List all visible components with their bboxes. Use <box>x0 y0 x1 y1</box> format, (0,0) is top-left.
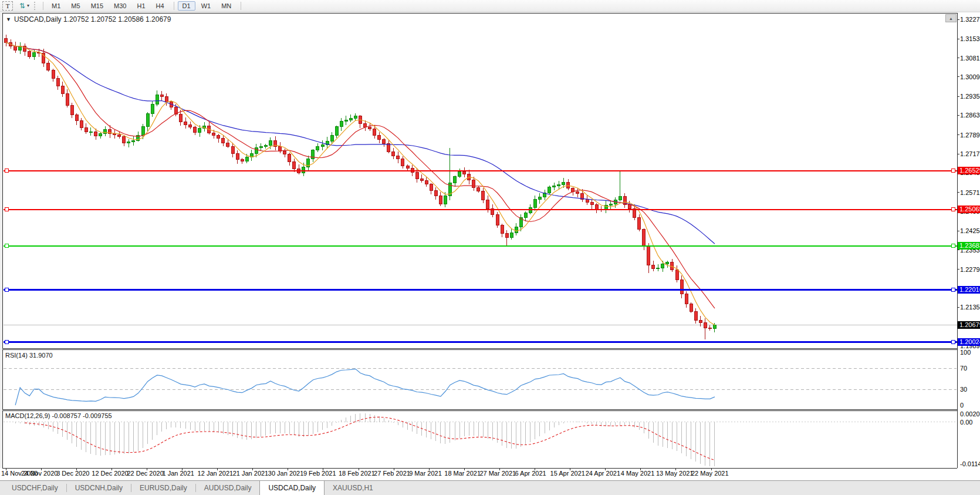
date-label: 18 Feb 2021 <box>339 470 375 477</box>
price-tick-label: 1.21350 <box>960 304 980 311</box>
timeframe-mn-button[interactable]: MN <box>217 1 236 11</box>
timeframe-button-group: M1M5M15M30H1H4D1W1MN <box>46 1 244 11</box>
toolbar-separator <box>43 2 43 10</box>
price-tag[interactable]: 1.20024 <box>958 338 980 346</box>
macd-axis-label: 0.00 <box>960 419 972 426</box>
date-label: 24 Apr 2021 <box>586 470 620 477</box>
rsi-level-label: 70 <box>960 365 967 372</box>
date-label: 12 Dec 2020 <box>92 470 128 477</box>
toolbar-separator <box>241 2 241 10</box>
price-tag[interactable]: 1.25065 <box>958 206 980 213</box>
chart-tab-bar: USDCHF,DailyUSDCNH,DailyEURUSD,DailyAUDU… <box>0 480 980 495</box>
timeframe-w1-button[interactable]: W1 <box>197 1 216 11</box>
price-axis-panel <box>957 13 980 468</box>
chart-collapse-icon[interactable]: ▼ <box>6 16 11 22</box>
date-label: 22 May 2021 <box>691 470 729 477</box>
date-label: 22 Dec 2020 <box>127 470 163 477</box>
macd-label: MACD(12,26,9) -0.008757 -0.009755 <box>5 412 112 419</box>
tab-usdcad[interactable]: USDCAD,Daily <box>259 481 325 495</box>
price-tick-label: 1.22790 <box>960 266 980 273</box>
tab-usdcnh[interactable]: USDCNH,Daily <box>67 481 131 495</box>
date-label: 9 Mar 2021 <box>409 470 442 477</box>
timeframe-m15-button[interactable]: M15 <box>86 1 108 11</box>
price-tick-label: 1.27170 <box>960 150 980 157</box>
date-label: 24 Nov 2020 <box>21 470 58 477</box>
price-tick-label: 1.30810 <box>960 55 980 62</box>
chart-title-text: USDCAD,Daily 1.20752 1.20752 1.20586 1.2… <box>14 15 171 23</box>
chart-scroll-up-button[interactable]: ▲ <box>945 14 957 22</box>
date-label: 18 Mar 2021 <box>444 470 481 477</box>
date-label: 12 Jan 2021 <box>198 470 234 477</box>
timeframe-m5-button[interactable]: M5 <box>66 1 85 11</box>
price-tag[interactable]: 1.26529 <box>958 167 980 174</box>
text-tool-button[interactable]: T <box>2 1 13 11</box>
tab-xauusd[interactable]: XAUUSD,H1 <box>325 481 381 495</box>
price-tag[interactable]: 1.23683 <box>958 242 980 250</box>
macd-panel <box>2 410 957 468</box>
macd-axis-label: -0.011462 <box>960 460 980 467</box>
tab-usdchf[interactable]: USDCHF,Daily <box>4 481 66 495</box>
timeframe-h4-button[interactable]: H4 <box>151 1 169 11</box>
dropdown-caret-icon: ▾ <box>27 3 29 8</box>
main-chart-panel <box>2 13 957 348</box>
date-label: 13 May 2021 <box>656 470 694 477</box>
date-label: 4 May 2021 <box>621 470 654 477</box>
chart-title: ▼ USDCAD,Daily 1.20752 1.20752 1.20586 1… <box>6 15 171 23</box>
arrows-icon: ⇅ <box>19 2 25 9</box>
rsi-label: RSI(14) 31.9070 <box>5 352 53 359</box>
price-tick-label: 1.25710 <box>960 189 980 196</box>
toolbar-grip <box>34 2 37 10</box>
date-label: 27 Mar 2021 <box>479 470 516 477</box>
current-price-tag: 1.20679 <box>958 321 980 329</box>
toolbar: T ⇅ ▾ M1M5M15M30H1H4D1W1MN <box>0 0 980 12</box>
rsi-panel <box>2 349 957 409</box>
arrows-tool-dropdown[interactable]: ⇅ ▾ <box>18 2 31 10</box>
date-label: 6 Apr 2021 <box>515 470 546 477</box>
date-label: 9 Feb 2021 <box>303 470 336 477</box>
timeframe-h1-button[interactable]: H1 <box>132 1 150 11</box>
timeframe-m1-button[interactable]: M1 <box>47 1 65 11</box>
date-label: 27 Feb 2021 <box>374 470 410 477</box>
date-label: 3 Dec 2020 <box>56 470 89 477</box>
tab-eurusd[interactable]: EURUSD,Daily <box>131 481 195 495</box>
price-tag[interactable]: 1.22016 <box>958 286 980 294</box>
price-tick-label: 1.28630 <box>960 112 980 119</box>
macd-axis-label: 0.002074 <box>960 410 980 417</box>
tab-audusd[interactable]: AUDUSD,Daily <box>196 481 260 495</box>
timeframe-m30-button[interactable]: M30 <box>109 1 131 11</box>
date-label: 15 Apr 2021 <box>550 470 585 477</box>
rsi-level-label: 100 <box>960 349 971 356</box>
toolbar-separator <box>174 2 174 10</box>
rsi-level-label: 0 <box>960 402 964 409</box>
timeframe-d1-button[interactable]: D1 <box>178 1 195 11</box>
price-tick-label: 1.32270 <box>960 16 980 23</box>
price-tick-label: 1.27890 <box>960 132 980 139</box>
price-tick-label: 1.24250 <box>960 227 980 234</box>
date-label: 21 Jan 2021 <box>233 470 269 477</box>
price-tick-label: 1.29350 <box>960 93 980 100</box>
date-label: 30 Jan 2021 <box>268 470 304 477</box>
rsi-level-label: 30 <box>960 386 967 393</box>
date-label: 1 Jan 2021 <box>163 470 194 477</box>
price-tick-label: 1.30090 <box>960 73 980 80</box>
price-tick-label: 1.31530 <box>960 35 980 42</box>
